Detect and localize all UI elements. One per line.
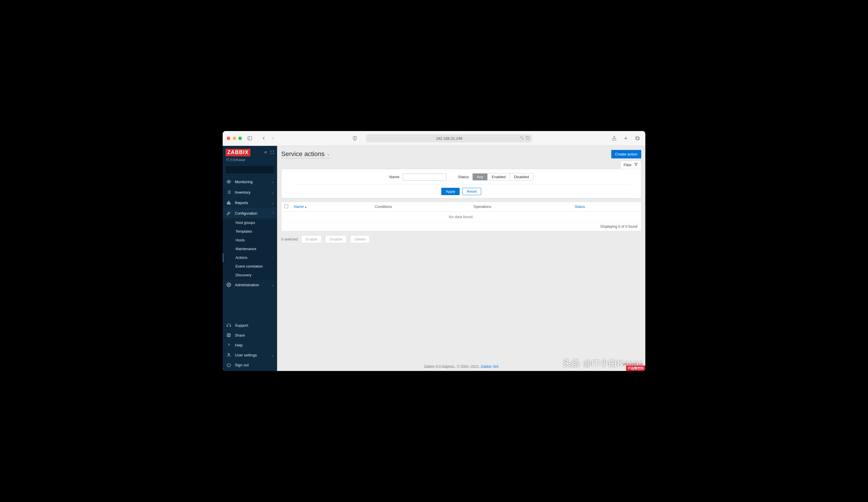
page-title: Service actions [281,150,324,158]
minimize-window-icon[interactable] [232,136,236,140]
sidebar-item-hosts[interactable]: Hosts [223,236,277,245]
share-icon[interactable] [610,135,618,142]
svg-rect-18 [228,201,229,204]
svg-point-25 [228,354,229,355]
maximize-window-icon[interactable] [238,136,242,140]
footer-text: Zabbix 6.0.0alpha1. © 2001–2021, [424,365,480,369]
sidebar-search[interactable] [226,166,274,174]
close-window-icon[interactable] [227,136,230,140]
footer-link[interactable]: Zabbix SIA [481,365,499,369]
svg-rect-22 [230,326,231,327]
sidebar-item-discovery[interactable]: Discovery [223,271,277,279]
filter-tab[interactable]: Filter [620,161,641,169]
sidebar-item-templates[interactable]: Templates [223,227,277,236]
filter-status-field: Status Any Enabled Disabled [458,173,533,181]
sidebar-item-share[interactable]: Share [223,330,277,340]
filter-tab-row: Filter [277,161,645,169]
apply-button[interactable]: Apply [441,188,459,195]
nav-inventory[interactable]: Inventory ⌄ [223,187,277,197]
question-icon [226,343,231,347]
logo[interactable]: ZABBIX [226,149,250,156]
reload-icon[interactable] [526,136,530,141]
sidebar-item-user-settings[interactable]: User settings ⌄ [223,350,277,360]
sidebar-toggle-icon[interactable] [246,135,254,142]
filter-panel: Name Status Any Enabled Disabled [281,169,641,198]
page-title-dropdown[interactable]: Service actions ⌄ [281,150,330,158]
chevron-down-icon: ⌄ [271,283,273,287]
fullscreen-icon[interactable] [270,150,274,155]
sidebar-item-help[interactable]: Help [223,340,277,350]
list-icon [226,190,231,195]
sidebar-item-maintenance[interactable]: Maintenance [223,245,277,253]
watermark-badge: IT运维空间 [626,366,645,371]
nav-reports[interactable]: Reports ⌄ [223,197,277,208]
power-icon [226,362,231,367]
col-status[interactable]: Status [572,202,641,212]
svg-rect-7 [636,136,639,140]
chevron-down-icon: ⌄ [271,354,273,357]
svg-point-10 [228,181,229,182]
browser-window: 192.168.31.249 [223,131,645,371]
nav-administration[interactable]: Administration ⌄ [223,279,277,290]
sidebar-item-host-groups[interactable]: Host groups [223,218,277,227]
sidebar-item-sign-out[interactable]: Sign out [223,360,277,370]
titlebar: 192.168.31.249 [223,131,645,146]
sidebar-item-actions[interactable]: Actions› [223,253,277,262]
selected-count: 0 selected [281,237,298,242]
col-operations: Operations [471,202,572,212]
back-icon[interactable] [260,135,268,142]
svg-rect-21 [227,326,228,327]
svg-rect-6 [636,137,639,140]
collapse-sidebar-icon[interactable] [264,150,268,155]
main: Service actions ⌄ Create action Filter [277,146,645,371]
search-input[interactable] [228,168,277,172]
filter-name-input[interactable] [403,174,446,181]
select-all-checkbox[interactable] [285,204,288,208]
forward-icon[interactable] [269,135,277,142]
sidebar-item-support[interactable]: Support [223,320,277,330]
chart-icon [226,200,231,205]
sidebar-user-label: IT小白Kasar [223,157,277,164]
bulk-disable-button[interactable]: Disable [325,235,347,243]
chevron-down-icon: ⌄ [271,180,273,183]
nav: Monitoring ⌄ Inventory ⌄ Reports ⌄ [223,176,277,290]
empty-state: No data found. [281,212,641,222]
chevron-down-icon: ⌄ [271,191,273,194]
status-option-any[interactable]: Any [473,174,487,180]
chevron-right-icon: › [273,256,273,259]
wrench-icon [226,211,231,215]
col-name[interactable]: Name [291,202,372,212]
reset-button[interactable]: Reset [463,188,481,195]
chevron-up-icon: ⌃ [271,212,273,215]
tabs-overview-icon[interactable] [634,135,641,142]
sidebar-item-event-correlation[interactable]: Event correlation [223,262,277,271]
svg-point-20 [228,284,229,285]
page-header: Service actions ⌄ Create action [277,146,645,161]
address-text: 192.168.31.249 [436,136,462,141]
app-body: ZABBIX IT小白Kasar [223,146,645,371]
filter-icon [634,163,638,167]
privacy-shield-icon[interactable] [351,135,359,142]
nav-monitoring[interactable]: Monitoring ⌄ [223,176,277,187]
translate-icon[interactable] [520,136,524,141]
nav-configuration[interactable]: Configuration ⌃ Host groups Templates Ho… [223,208,277,279]
bulk-enable-button[interactable]: Enable [301,235,322,243]
status-option-enabled[interactable]: Enabled [487,174,510,180]
status-option-disabled[interactable]: Disabled [510,174,533,180]
results-table: Name Conditions Operations Status No dat… [281,202,641,231]
svg-rect-19 [230,203,230,204]
filter-name-label: Name [389,175,399,179]
create-action-button[interactable]: Create action [611,150,641,158]
address-bar[interactable]: 192.168.31.249 [366,134,532,142]
new-tab-icon[interactable] [622,135,630,142]
svg-rect-0 [248,136,252,140]
displaying-count: Displaying 0 of 0 found [281,222,641,231]
footer: Zabbix 6.0.0alpha1. © 2001–2021, Zabbix … [277,363,645,371]
eye-icon [226,180,231,184]
window-controls [227,136,242,140]
filter-tab-label: Filter [623,163,632,167]
z-icon [226,333,231,338]
filter-status-label: Status [458,175,469,179]
col-conditions: Conditions [372,202,471,212]
bulk-delete-button[interactable]: Delete [350,235,370,243]
